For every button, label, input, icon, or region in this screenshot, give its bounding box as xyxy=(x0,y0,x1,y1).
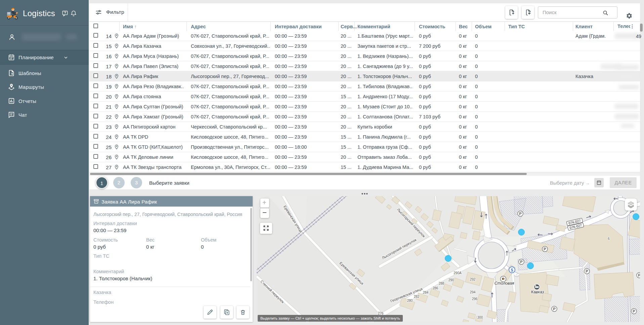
svg-text:292: 292 xyxy=(470,278,476,281)
svg-text:290А: 290А xyxy=(454,271,462,275)
svg-text:6: 6 xyxy=(608,237,610,241)
svg-text:288: 288 xyxy=(439,282,444,285)
svg-text:P: P xyxy=(633,309,635,313)
svg-text:P: P xyxy=(544,247,546,251)
svg-text:296: 296 xyxy=(472,297,478,301)
svg-text:290: 290 xyxy=(448,278,454,282)
svg-text:280: 280 xyxy=(407,299,413,302)
svg-text:284: 284 xyxy=(423,291,429,294)
svg-text:300: 300 xyxy=(477,316,483,319)
svg-text:P: P xyxy=(520,260,522,264)
svg-text:P: P xyxy=(638,273,640,277)
svg-text:282: 282 xyxy=(414,295,420,298)
svg-text:P: P xyxy=(519,212,521,216)
svg-text:P: P xyxy=(586,269,588,273)
svg-text:286: 286 xyxy=(433,286,438,290)
svg-text:294: 294 xyxy=(470,290,476,294)
svg-text:Кавказ: Кавказ xyxy=(531,290,544,294)
svg-text:Столовая: Столовая xyxy=(495,281,514,286)
svg-text:$: $ xyxy=(511,268,513,273)
svg-text:P: P xyxy=(553,307,555,311)
